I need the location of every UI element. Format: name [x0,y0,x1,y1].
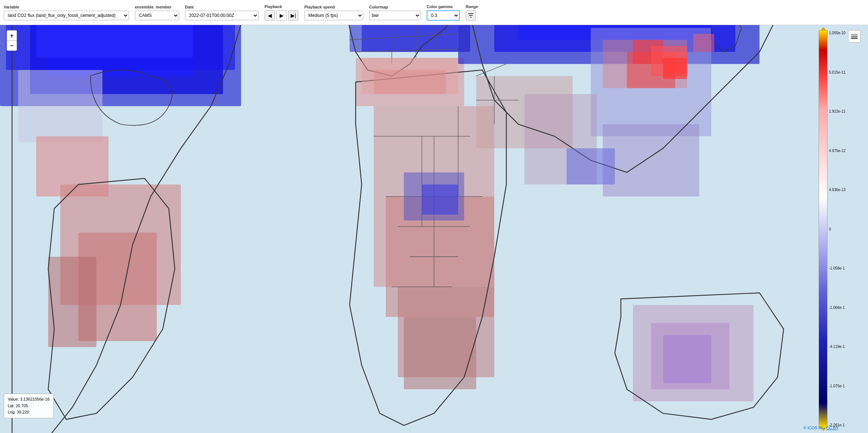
info-lat-label: Lat: [8,404,14,408]
info-lng-data: 39.220 [17,410,29,414]
colormap-group: Colormap bwrRdBuseismic [369,5,421,20]
attribution-license: CC BY [826,426,839,430]
range-label: Range [466,4,478,9]
cb-value-6: -1.058e-1 [829,266,846,270]
color-gamma-select[interactable]: 0.1 0.2 0.3 0.5 1.0 [427,10,460,21]
variable-label: Variable [4,5,129,9]
svg-rect-62 [374,70,446,94]
playback-play-button[interactable]: ▶ [276,10,287,21]
svg-rect-32 [663,335,711,383]
playback-speed-group: Playback speed Slow (1 fps) Medium (5 fp… [304,5,363,20]
playback-next-button[interactable]: ▶| [288,10,298,21]
layers-icon [850,32,858,41]
svg-rect-66 [851,38,858,39]
info-value-data: 3.13621056e-16 [20,397,49,401]
playback-speed-label: Playback speed [304,5,363,9]
variable-select[interactable]: land CO2 flux (land_flux_only_fossil_cem… [4,11,129,20]
colormap-label: Colormap [369,5,421,9]
playback-label: Playback [265,4,298,9]
svg-rect-35 [693,34,714,52]
info-box: Value: 3.13621056e-16 Lat: 20.705 Lng: 3… [4,394,54,418]
svg-rect-13 [48,257,97,347]
svg-rect-67 [851,36,858,37]
variable-group: Variable land CO2 flux (land_flux_only_f… [4,5,129,20]
info-lng: Lng: 39.220 [8,409,50,416]
attribution: © ICOS RI - CC BY [803,426,839,430]
range-filter-button[interactable] [466,10,476,21]
cb-value-2: 1.922e-11 [829,109,846,113]
world-map [0,25,868,433]
layers-button[interactable] [848,30,861,43]
colorbar-labels: 1.055e-10 5.015e-11 1.922e-11 4.975e-12 … [829,30,846,428]
colorbar-top-indicator [820,27,826,31]
color-gamma-label: Color gamma [427,4,460,9]
svg-rect-68 [851,34,858,35]
date-label: Date [185,5,259,9]
colorbar-gradient [819,30,827,428]
cb-value-3: 4.975e-12 [829,149,846,153]
info-value-label: Value: [8,397,19,401]
playback-group: Playback ◀ ▶ ▶| [265,4,298,21]
toolbar: Variable land CO2 flux (land_flux_only_f… [0,0,868,25]
cb-value-4: 4.936e-13 [829,188,846,192]
zoom-out-button[interactable]: − [7,41,17,51]
info-lat-data: 20.705 [15,404,28,408]
ensemble-select[interactable]: CAMS [135,11,179,20]
attribution-text: © ICOS RI - [803,426,825,430]
ensemble-label: ensemble_member [135,5,179,9]
zoom-controls: + − [7,30,17,51]
cb-value-1: 5.015e-11 [829,70,846,74]
range-group: Range [466,4,478,21]
info-lng-label: Lng: [8,410,15,414]
playback-speed-select[interactable]: Slow (1 fps) Medium (5 fps) Fast (10 fps… [304,11,363,20]
cb-value-0: 1.055e-10 [829,31,846,35]
colormap-select[interactable]: bwrRdBuseismic [369,11,421,20]
date-group: Date 2022-07-01T00:00:00Z [185,5,259,20]
colorbar-container: 1.055e-10 5.015e-11 1.922e-11 4.975e-12 … [819,30,863,428]
svg-rect-65 [567,148,615,184]
zoom-in-button[interactable]: + [7,30,17,41]
svg-rect-29 [603,124,699,196]
svg-rect-26 [404,317,476,389]
svg-rect-9 [18,70,102,142]
svg-rect-58 [422,184,458,215]
svg-rect-8 [36,25,193,58]
info-lat: Lat: 20.705 [8,403,50,409]
info-value: Value: 3.13621056e-16 [8,396,50,403]
playback-prev-button[interactable]: ◀ [265,10,275,21]
cb-value-5: 0 [829,227,846,231]
cb-value-9: -1.075e-1 [829,384,846,388]
ensemble-group: ensemble_member CAMS [135,5,179,20]
cb-value-8: -4.119e-1 [829,345,846,349]
map-container[interactable]: + − 1.055e-10 5.015e-11 1.922e-11 4.975e… [0,25,868,433]
date-select[interactable]: 2022-07-01T00:00:00Z [185,11,259,20]
color-gamma-group: Color gamma 0.1 0.2 0.3 0.5 1.0 [427,4,460,21]
svg-rect-64 [663,58,687,79]
cb-value-7: -1.066e-1 [829,306,846,310]
